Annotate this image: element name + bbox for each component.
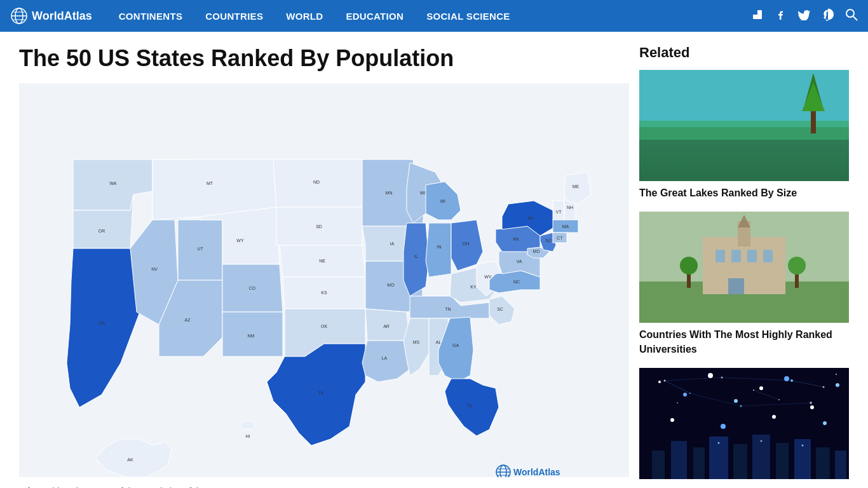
related-card-1[interactable]: The Great Lakes Ranked By Size (639, 70, 849, 200)
nav-education[interactable]: EDUCATION (334, 0, 415, 32)
state-ar (365, 309, 410, 341)
state-sd (276, 207, 362, 245)
svg-rect-107 (693, 447, 705, 479)
svg-rect-106 (671, 441, 687, 479)
svg-rect-113 (816, 447, 830, 479)
related-card-3[interactable] (639, 368, 849, 479)
page-title: The 50 US States Ranked By Population (19, 44, 620, 72)
state-ne (280, 245, 365, 277)
svg-rect-114 (835, 451, 846, 479)
svg-point-85 (788, 257, 806, 274)
svg-rect-81 (728, 278, 744, 294)
state-il (403, 223, 429, 296)
main-container: The 50 US States Ranked By Population WA… (0, 32, 868, 488)
state-ks (283, 277, 365, 309)
svg-point-117 (802, 445, 804, 447)
svg-point-115 (718, 442, 720, 444)
svg-point-116 (761, 440, 763, 442)
svg-rect-68 (639, 121, 849, 140)
related-card-1-title: The Great Lakes Ranked By Size (639, 186, 849, 200)
svg-point-83 (680, 257, 698, 274)
nav-world[interactable]: WORLD (275, 0, 334, 32)
svg-rect-80 (763, 250, 773, 262)
svg-rect-6 (753, 10, 757, 15)
search-icon[interactable] (845, 8, 858, 24)
svg-text:WorldAtlas: WorldAtlas (513, 467, 560, 477)
us-map: WA OR CA ID NV UT (19, 83, 629, 477)
svg-rect-79 (747, 250, 757, 262)
svg-rect-78 (731, 250, 741, 262)
globe-icon (10, 7, 28, 25)
state-in (426, 223, 451, 277)
svg-point-93 (836, 374, 837, 375)
logo[interactable]: WorldAtlas (10, 7, 92, 25)
site-header: WorldAtlas CONTINENTS COUNTRIES WORLD ED… (0, 0, 868, 32)
twitter-icon[interactable] (798, 9, 811, 24)
related-card-2[interactable]: Countries With The Most Highly Ranked Un… (639, 212, 849, 356)
sidebar: Related The Great Lakes Ranked By Size (639, 44, 849, 488)
nav-countries[interactable]: COUNTRIES (194, 0, 275, 32)
state-co (222, 264, 283, 312)
state-ut (178, 220, 222, 280)
svg-point-58 (240, 421, 255, 430)
state-nd (273, 159, 362, 207)
related-card-1-image (639, 70, 849, 181)
svg-line-8 (853, 17, 857, 20)
map-container: WA OR CA ID NV UT (19, 83, 620, 480)
state-vt (553, 201, 564, 220)
svg-rect-77 (715, 250, 725, 262)
related-card-3-image (639, 368, 849, 479)
related-card-2-image (639, 212, 849, 323)
svg-rect-105 (652, 451, 665, 479)
pinterest-icon[interactable] (822, 8, 834, 24)
svg-point-7 (846, 10, 854, 17)
svg-rect-111 (776, 443, 789, 479)
state-ct (553, 233, 567, 243)
facebook-icon[interactable] (775, 9, 787, 24)
svg-point-94 (677, 402, 678, 403)
svg-rect-109 (733, 444, 747, 479)
nav-continents[interactable]: CONTINENTS (107, 0, 194, 32)
state-ma (553, 220, 578, 233)
state-nm (222, 312, 283, 356)
related-title: Related (639, 44, 849, 61)
main-nav: CONTINENTS COUNTRIES WORLD EDUCATION SOC… (107, 0, 751, 32)
article-content: The 50 US States Ranked By Population WA… (19, 44, 620, 488)
related-card-2-title: Countries With The Most Highly Ranked Un… (639, 328, 849, 356)
nav-social-science[interactable]: SOCIAL SCIENCE (415, 0, 521, 32)
social-icons (751, 8, 858, 24)
flipboard-icon[interactable] (751, 8, 764, 24)
